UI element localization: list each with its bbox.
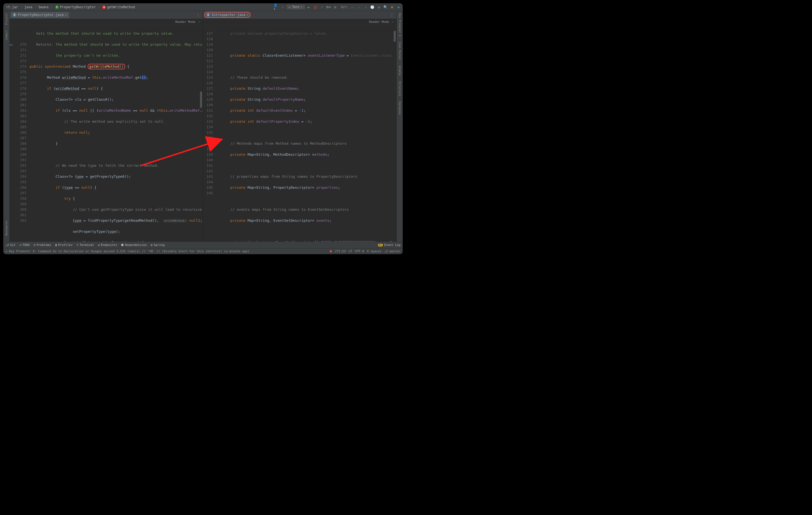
search-icon[interactable]: 🔍: [383, 5, 388, 10]
toolbar-right: 👤▾ ↶ ▶Test ▾ ▶ 🐞 ⬆ ⟳▾ ■ Git: ↙ ✓ ↗ 🕐 ↺ 🔍…: [273, 5, 401, 10]
status-message: Key Promoter X: Command Go to Declaratio…: [9, 250, 250, 253]
close-icon[interactable]: ×: [65, 13, 67, 17]
right-tab-row: C Introspector.java × ⋮: [203, 11, 396, 19]
tab-label: Introspector.java: [211, 13, 245, 17]
status-widget-icon[interactable]: ▭: [5, 250, 7, 253]
dependencies-tool[interactable]: ⬢ Dependencies: [121, 243, 147, 247]
bookmarks-tool[interactable]: Bookmarks: [5, 220, 8, 237]
caret-position[interactable]: 271:55: [335, 250, 346, 253]
inspection-status-icon[interactable]: ✓: [198, 20, 200, 24]
todo-tool[interactable]: ≔ TODO: [20, 243, 30, 247]
run-icon[interactable]: ▶: [307, 5, 311, 10]
breadcrumb[interactable]: rt.jar› java› beans› CPropertyDescriptor…: [5, 5, 136, 10]
git-push-icon[interactable]: ↗: [363, 5, 368, 10]
tab-menu-icon[interactable]: ⋮: [196, 13, 200, 17]
right-editor-pane: C Introspector.java × ⋮ Reader Mode ✓ ··…: [203, 11, 397, 241]
git-commit-icon[interactable]: ✓: [356, 5, 361, 10]
breadcrumb-item[interactable]: java: [23, 5, 34, 10]
profile-icon[interactable]: ⟳▾: [326, 5, 331, 10]
breadcrumb-item[interactable]: beans: [38, 5, 50, 10]
breadcrumb-item[interactable]: CPropertyDescriptor: [54, 5, 97, 10]
error-indicator-icon[interactable]: ⬣: [329, 250, 332, 253]
reader-mode-toggle[interactable]: Reader Mode: [175, 20, 196, 24]
git-label: Git:: [341, 5, 349, 9]
java-file-icon: C: [13, 13, 17, 17]
run-config-selector[interactable]: ▶Test ▾: [287, 5, 304, 9]
right-scrollbar[interactable]: [393, 25, 396, 241]
event-log-tool[interactable]: 9+ Event Log: [378, 243, 401, 247]
java-file-icon: C: [206, 13, 210, 17]
right-code[interactable]: private boolean propertyChangeSource = f…: [221, 25, 396, 241]
tab-introspector[interactable]: C Introspector.java ×: [204, 12, 251, 18]
javadoc-summary: Gets the method that should be used to w…: [36, 31, 174, 35]
tab-label: PropertyDescriptor.java: [18, 13, 63, 17]
left-scrollbar[interactable]: [199, 25, 202, 241]
close-icon[interactable]: ×: [247, 13, 249, 17]
javadoc-returns-text: The method that should be used to write …: [56, 42, 203, 47]
left-code[interactable]: Gets the method that should be used to w…: [29, 25, 203, 241]
right-gutter[interactable]: ··· 117118119120121122123124125126127128…: [203, 25, 215, 241]
avatar-icon[interactable]: ◆: [396, 5, 401, 10]
ide-window: rt.jar› java› beans› CPropertyDescriptor…: [3, 3, 403, 254]
git-branch[interactable]: ⎇ master: [384, 250, 401, 253]
class-icon: C: [55, 5, 59, 9]
bottom-bars: ⎇ Git ≔ TODO ⊘ Problems ⧗ Profiler ⌑ Ter…: [3, 241, 403, 254]
left-gutter[interactable]: 2702712722732742752762772782792802812822…: [15, 25, 29, 241]
reader-mode-toggle[interactable]: Reader Mode: [369, 20, 389, 24]
breadcrumb-item[interactable]: mgetWriteMethod: [101, 5, 136, 10]
debug-icon[interactable]: 🐞: [313, 5, 318, 10]
highlight-getwritemethod: getWriteMethod(): [88, 64, 125, 69]
left-tab-row: C PropertyDescriptor.java × ⋮: [9, 11, 203, 19]
back-icon[interactable]: ↶: [280, 5, 285, 10]
file-encoding[interactable]: UTF-8: [355, 250, 364, 253]
gradle-tool[interactable]: Gradle: [398, 65, 401, 77]
project-tool[interactable]: Project: [5, 12, 8, 26]
git-history-icon[interactable]: 🕐: [370, 5, 375, 10]
method-icon: m: [102, 5, 106, 9]
right-tool-rail: Key Promoter X Json Parser Gradle Struct…: [397, 11, 403, 241]
terminal-tool[interactable]: ⌑ Terminal: [77, 243, 94, 247]
profiler-tool[interactable]: ⧗ Profiler: [55, 243, 73, 247]
tab-propertydescriptor[interactable]: C PropertyDescriptor.java ×: [10, 12, 69, 18]
override-gutter-icon[interactable]: o↓: [9, 42, 13, 48]
git-rollback-icon[interactable]: ↺: [376, 5, 381, 10]
left-tool-rail: Project Commit Bookmarks: [3, 11, 9, 241]
commit-tool[interactable]: Commit: [5, 29, 8, 41]
left-editor-pane: C PropertyDescriptor.java × ⋮ Reader Mod…: [9, 11, 203, 241]
git-tool[interactable]: ⎇ Git: [5, 243, 16, 247]
stop-icon[interactable]: ■: [333, 5, 338, 10]
line-separator[interactable]: LF: [349, 250, 352, 253]
breadcrumb-item[interactable]: rt.jar: [5, 5, 19, 10]
inspection-status-icon[interactable]: ✓: [392, 20, 394, 24]
javadoc-returns-label: Returns:: [36, 42, 53, 47]
endpoints-tool[interactable]: ⇄ Endpoints: [98, 243, 117, 247]
left-code-area[interactable]: o↓ 2702712722732742752762772782792802812…: [9, 25, 203, 241]
problems-tool[interactable]: ⊘ Problems: [34, 243, 51, 247]
javadoc-returns-cont: the property can't be written.: [56, 53, 120, 57]
git-update-icon[interactable]: ↙: [350, 5, 355, 10]
right-code-area[interactable]: ··· 117118119120121122123124125126127128…: [203, 25, 396, 241]
tool-window-bar: ⎇ Git ≔ TODO ⊘ Problems ⧗ Profiler ⌑ Ter…: [3, 241, 403, 248]
tab-menu-icon[interactable]: ⋮: [390, 13, 394, 17]
user-icon[interactable]: 👤▾: [273, 5, 279, 10]
spring-tool[interactable]: ❀ Spring: [151, 243, 165, 247]
status-bar: ▭ Key Promoter X: Command Go to Declarat…: [3, 248, 403, 254]
keypromoter-tool[interactable]: Key Promoter X: [398, 12, 401, 37]
jsonparser-tool[interactable]: Json Parser: [398, 41, 401, 61]
indent-config[interactable]: 4 spaces: [367, 250, 381, 253]
structure-tool[interactable]: Structure: [398, 80, 401, 97]
coverage-icon[interactable]: ⬆: [320, 5, 325, 10]
ide-settings-icon[interactable]: ⚙: [389, 5, 395, 10]
database-tool[interactable]: Database: [398, 101, 401, 116]
navigation-bar: rt.jar› java› beans› CPropertyDescriptor…: [3, 3, 403, 11]
